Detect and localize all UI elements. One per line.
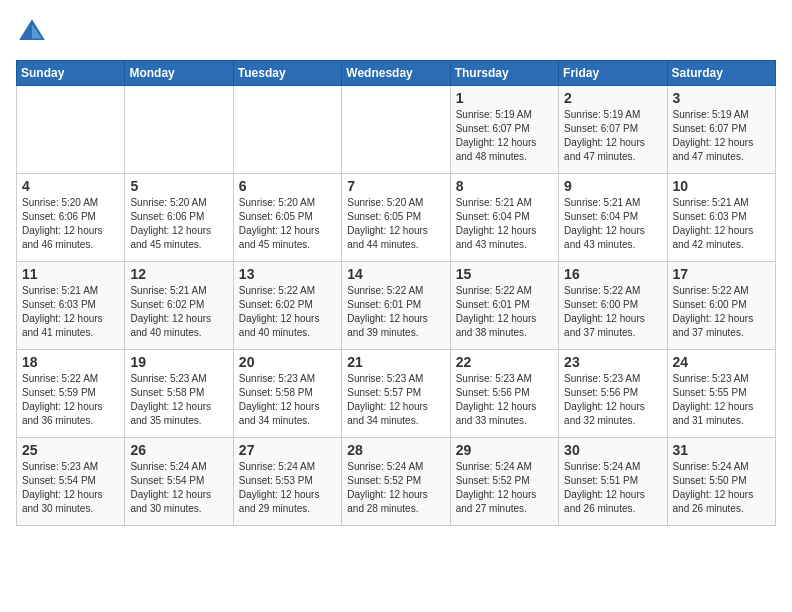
day-number: 26 bbox=[130, 442, 227, 458]
week-row-4: 18Sunrise: 5:22 AM Sunset: 5:59 PM Dayli… bbox=[17, 350, 776, 438]
week-row-3: 11Sunrise: 5:21 AM Sunset: 6:03 PM Dayli… bbox=[17, 262, 776, 350]
day-cell: 19Sunrise: 5:23 AM Sunset: 5:58 PM Dayli… bbox=[125, 350, 233, 438]
day-number: 22 bbox=[456, 354, 553, 370]
day-number: 16 bbox=[564, 266, 661, 282]
day-info: Sunrise: 5:24 AM Sunset: 5:52 PM Dayligh… bbox=[456, 460, 553, 516]
day-cell: 3Sunrise: 5:19 AM Sunset: 6:07 PM Daylig… bbox=[667, 86, 775, 174]
day-info: Sunrise: 5:22 AM Sunset: 6:00 PM Dayligh… bbox=[673, 284, 770, 340]
day-info: Sunrise: 5:23 AM Sunset: 5:58 PM Dayligh… bbox=[130, 372, 227, 428]
day-cell: 26Sunrise: 5:24 AM Sunset: 5:54 PM Dayli… bbox=[125, 438, 233, 526]
day-info: Sunrise: 5:20 AM Sunset: 6:06 PM Dayligh… bbox=[130, 196, 227, 252]
day-cell bbox=[125, 86, 233, 174]
day-cell: 11Sunrise: 5:21 AM Sunset: 6:03 PM Dayli… bbox=[17, 262, 125, 350]
day-cell: 28Sunrise: 5:24 AM Sunset: 5:52 PM Dayli… bbox=[342, 438, 450, 526]
day-cell: 21Sunrise: 5:23 AM Sunset: 5:57 PM Dayli… bbox=[342, 350, 450, 438]
day-info: Sunrise: 5:24 AM Sunset: 5:54 PM Dayligh… bbox=[130, 460, 227, 516]
day-cell: 24Sunrise: 5:23 AM Sunset: 5:55 PM Dayli… bbox=[667, 350, 775, 438]
day-cell bbox=[17, 86, 125, 174]
day-cell: 9Sunrise: 5:21 AM Sunset: 6:04 PM Daylig… bbox=[559, 174, 667, 262]
day-number: 25 bbox=[22, 442, 119, 458]
day-info: Sunrise: 5:21 AM Sunset: 6:03 PM Dayligh… bbox=[22, 284, 119, 340]
day-info: Sunrise: 5:24 AM Sunset: 5:53 PM Dayligh… bbox=[239, 460, 336, 516]
day-number: 10 bbox=[673, 178, 770, 194]
day-info: Sunrise: 5:22 AM Sunset: 5:59 PM Dayligh… bbox=[22, 372, 119, 428]
day-number: 21 bbox=[347, 354, 444, 370]
day-number: 30 bbox=[564, 442, 661, 458]
page-header bbox=[16, 16, 776, 48]
day-cell: 13Sunrise: 5:22 AM Sunset: 6:02 PM Dayli… bbox=[233, 262, 341, 350]
day-info: Sunrise: 5:22 AM Sunset: 6:01 PM Dayligh… bbox=[456, 284, 553, 340]
day-cell: 15Sunrise: 5:22 AM Sunset: 6:01 PM Dayli… bbox=[450, 262, 558, 350]
header-cell-wednesday: Wednesday bbox=[342, 61, 450, 86]
week-row-5: 25Sunrise: 5:23 AM Sunset: 5:54 PM Dayli… bbox=[17, 438, 776, 526]
day-cell: 12Sunrise: 5:21 AM Sunset: 6:02 PM Dayli… bbox=[125, 262, 233, 350]
day-number: 14 bbox=[347, 266, 444, 282]
header-row: SundayMondayTuesdayWednesdayThursdayFrid… bbox=[17, 61, 776, 86]
day-info: Sunrise: 5:19 AM Sunset: 6:07 PM Dayligh… bbox=[456, 108, 553, 164]
header-cell-sunday: Sunday bbox=[17, 61, 125, 86]
day-info: Sunrise: 5:23 AM Sunset: 5:55 PM Dayligh… bbox=[673, 372, 770, 428]
day-number: 23 bbox=[564, 354, 661, 370]
day-info: Sunrise: 5:23 AM Sunset: 5:54 PM Dayligh… bbox=[22, 460, 119, 516]
day-cell: 29Sunrise: 5:24 AM Sunset: 5:52 PM Dayli… bbox=[450, 438, 558, 526]
day-number: 12 bbox=[130, 266, 227, 282]
day-number: 8 bbox=[456, 178, 553, 194]
day-info: Sunrise: 5:24 AM Sunset: 5:52 PM Dayligh… bbox=[347, 460, 444, 516]
day-cell: 18Sunrise: 5:22 AM Sunset: 5:59 PM Dayli… bbox=[17, 350, 125, 438]
calendar-header: SundayMondayTuesdayWednesdayThursdayFrid… bbox=[17, 61, 776, 86]
header-cell-monday: Monday bbox=[125, 61, 233, 86]
day-cell: 25Sunrise: 5:23 AM Sunset: 5:54 PM Dayli… bbox=[17, 438, 125, 526]
day-info: Sunrise: 5:24 AM Sunset: 5:50 PM Dayligh… bbox=[673, 460, 770, 516]
day-cell: 7Sunrise: 5:20 AM Sunset: 6:05 PM Daylig… bbox=[342, 174, 450, 262]
day-number: 24 bbox=[673, 354, 770, 370]
day-cell: 8Sunrise: 5:21 AM Sunset: 6:04 PM Daylig… bbox=[450, 174, 558, 262]
calendar-body: 1Sunrise: 5:19 AM Sunset: 6:07 PM Daylig… bbox=[17, 86, 776, 526]
day-number: 9 bbox=[564, 178, 661, 194]
header-cell-saturday: Saturday bbox=[667, 61, 775, 86]
day-cell bbox=[233, 86, 341, 174]
header-cell-friday: Friday bbox=[559, 61, 667, 86]
day-cell: 14Sunrise: 5:22 AM Sunset: 6:01 PM Dayli… bbox=[342, 262, 450, 350]
day-cell: 16Sunrise: 5:22 AM Sunset: 6:00 PM Dayli… bbox=[559, 262, 667, 350]
day-cell bbox=[342, 86, 450, 174]
svg-marker-1 bbox=[32, 24, 42, 38]
day-cell: 30Sunrise: 5:24 AM Sunset: 5:51 PM Dayli… bbox=[559, 438, 667, 526]
day-number: 5 bbox=[130, 178, 227, 194]
day-cell: 31Sunrise: 5:24 AM Sunset: 5:50 PM Dayli… bbox=[667, 438, 775, 526]
day-info: Sunrise: 5:21 AM Sunset: 6:02 PM Dayligh… bbox=[130, 284, 227, 340]
day-cell: 23Sunrise: 5:23 AM Sunset: 5:56 PM Dayli… bbox=[559, 350, 667, 438]
day-info: Sunrise: 5:23 AM Sunset: 5:56 PM Dayligh… bbox=[456, 372, 553, 428]
logo-icon bbox=[16, 16, 48, 48]
header-cell-tuesday: Tuesday bbox=[233, 61, 341, 86]
day-number: 11 bbox=[22, 266, 119, 282]
day-cell: 27Sunrise: 5:24 AM Sunset: 5:53 PM Dayli… bbox=[233, 438, 341, 526]
day-number: 13 bbox=[239, 266, 336, 282]
day-number: 3 bbox=[673, 90, 770, 106]
day-number: 1 bbox=[456, 90, 553, 106]
week-row-2: 4Sunrise: 5:20 AM Sunset: 6:06 PM Daylig… bbox=[17, 174, 776, 262]
day-number: 2 bbox=[564, 90, 661, 106]
day-number: 27 bbox=[239, 442, 336, 458]
day-info: Sunrise: 5:20 AM Sunset: 6:05 PM Dayligh… bbox=[347, 196, 444, 252]
day-number: 19 bbox=[130, 354, 227, 370]
week-row-1: 1Sunrise: 5:19 AM Sunset: 6:07 PM Daylig… bbox=[17, 86, 776, 174]
day-cell: 2Sunrise: 5:19 AM Sunset: 6:07 PM Daylig… bbox=[559, 86, 667, 174]
day-cell: 17Sunrise: 5:22 AM Sunset: 6:00 PM Dayli… bbox=[667, 262, 775, 350]
day-number: 28 bbox=[347, 442, 444, 458]
day-cell: 10Sunrise: 5:21 AM Sunset: 6:03 PM Dayli… bbox=[667, 174, 775, 262]
header-cell-thursday: Thursday bbox=[450, 61, 558, 86]
day-cell: 1Sunrise: 5:19 AM Sunset: 6:07 PM Daylig… bbox=[450, 86, 558, 174]
day-number: 31 bbox=[673, 442, 770, 458]
day-number: 29 bbox=[456, 442, 553, 458]
day-info: Sunrise: 5:21 AM Sunset: 6:04 PM Dayligh… bbox=[564, 196, 661, 252]
day-number: 6 bbox=[239, 178, 336, 194]
day-info: Sunrise: 5:21 AM Sunset: 6:03 PM Dayligh… bbox=[673, 196, 770, 252]
day-info: Sunrise: 5:23 AM Sunset: 5:58 PM Dayligh… bbox=[239, 372, 336, 428]
day-info: Sunrise: 5:23 AM Sunset: 5:56 PM Dayligh… bbox=[564, 372, 661, 428]
day-info: Sunrise: 5:21 AM Sunset: 6:04 PM Dayligh… bbox=[456, 196, 553, 252]
day-cell: 6Sunrise: 5:20 AM Sunset: 6:05 PM Daylig… bbox=[233, 174, 341, 262]
day-info: Sunrise: 5:23 AM Sunset: 5:57 PM Dayligh… bbox=[347, 372, 444, 428]
day-info: Sunrise: 5:20 AM Sunset: 6:05 PM Dayligh… bbox=[239, 196, 336, 252]
day-cell: 22Sunrise: 5:23 AM Sunset: 5:56 PM Dayli… bbox=[450, 350, 558, 438]
day-cell: 5Sunrise: 5:20 AM Sunset: 6:06 PM Daylig… bbox=[125, 174, 233, 262]
